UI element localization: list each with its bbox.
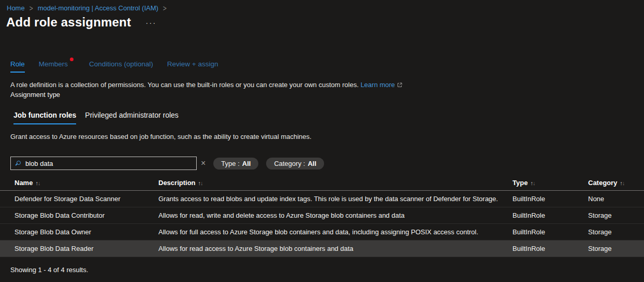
- members-notification-dot: [70, 58, 74, 61]
- role-type-cell: BuiltInRole: [513, 228, 588, 236]
- role-definition-description: A role definition is a collection of per…: [10, 81, 402, 89]
- column-header-name[interactable]: Name↑↓: [0, 179, 158, 187]
- table-header-row: Name↑↓ Description↑↓ Type↑↓ Category↑↓: [0, 175, 644, 191]
- sort-icon: ↑↓: [198, 180, 203, 186]
- assignment-type-label: Assignment type: [10, 91, 60, 98]
- add-role-assignment-page: Home > model-monitoring | Access Control…: [0, 0, 644, 282]
- external-link-icon: [397, 82, 402, 88]
- assignment-type-tabs: Job function roles Privileged administra…: [13, 111, 179, 124]
- tab-members[interactable]: Members: [39, 60, 68, 73]
- column-header-type[interactable]: Type↑↓: [513, 179, 588, 187]
- table-row[interactable]: Defender for Storage Data Scanner Grants…: [0, 191, 644, 207]
- role-name-cell: Storage Blob Data Reader: [0, 245, 158, 252]
- sort-icon: ↑↓: [620, 180, 624, 186]
- category-filter-pill[interactable]: Category : All: [266, 158, 324, 170]
- role-category-cell: Storage: [588, 228, 644, 236]
- breadcrumb-home-link[interactable]: Home: [7, 4, 25, 12]
- tab-role[interactable]: Role: [10, 60, 25, 73]
- table-row[interactable]: Storage Blob Data Owner Allows for full …: [0, 224, 644, 241]
- type-filter-label: Type :: [221, 160, 239, 167]
- role-description-cell: Grants access to read blobs and update i…: [158, 195, 513, 203]
- type-filter-value: All: [242, 160, 251, 167]
- role-type-cell: BuiltInRole: [513, 212, 588, 219]
- page-title: Add role assignment: [6, 15, 131, 30]
- role-description-cell: Allows for full access to Azure Storage …: [158, 228, 513, 236]
- role-description-cell: Allows for read access to Azure Storage …: [158, 245, 513, 252]
- role-category-cell: Storage: [588, 245, 644, 252]
- type-filter-pill[interactable]: Type : All: [213, 158, 258, 170]
- search-icon: [15, 160, 21, 167]
- grant-access-text: Grant access to Azure resources based on…: [10, 133, 312, 140]
- role-name-cell: Storage Blob Data Contributor: [0, 212, 158, 219]
- sort-icon: ↑↓: [35, 180, 40, 186]
- role-type-cell: BuiltInRole: [513, 195, 588, 203]
- breadcrumb: Home > model-monitoring | Access Control…: [7, 4, 167, 12]
- search-filter-row: × Type : All Category : All: [10, 157, 324, 170]
- wizard-tabs: Role Members Conditions (optional) Revie…: [10, 60, 218, 73]
- role-definition-text: A role definition is a collection of per…: [10, 81, 359, 89]
- chevron-right-icon: >: [163, 4, 167, 12]
- category-filter-label: Category :: [274, 160, 305, 167]
- tab-job-function-roles[interactable]: Job function roles: [13, 111, 76, 124]
- role-category-cell: None: [588, 195, 644, 203]
- tab-review-assign[interactable]: Review + assign: [167, 60, 218, 73]
- table-row-selected[interactable]: Storage Blob Data Reader Allows for read…: [0, 241, 644, 257]
- learn-more-link[interactable]: Learn more: [360, 81, 402, 89]
- tab-members-label: Members: [39, 60, 68, 68]
- tab-conditions[interactable]: Conditions (optional): [89, 60, 153, 73]
- results-count-text: Showing 1 - 4 of 4 results.: [10, 266, 88, 274]
- column-header-description[interactable]: Description↑↓: [158, 179, 513, 187]
- category-filter-value: All: [308, 160, 316, 167]
- chevron-right-icon: >: [30, 4, 33, 12]
- breadcrumb-resource-link[interactable]: model-monitoring | Access Control (IAM): [38, 4, 158, 12]
- clear-search-icon[interactable]: ×: [201, 159, 206, 167]
- search-input[interactable]: [25, 160, 192, 167]
- title-row: Add role assignment ···: [6, 15, 156, 30]
- more-options-button[interactable]: ···: [145, 19, 156, 26]
- role-name-cell: Storage Blob Data Owner: [0, 228, 158, 236]
- role-name-cell: Defender for Storage Data Scanner: [0, 195, 158, 203]
- table-row[interactable]: Storage Blob Data Contributor Allows for…: [0, 207, 644, 224]
- column-header-category[interactable]: Category↑↓: [588, 179, 644, 187]
- role-type-cell: BuiltInRole: [513, 245, 588, 252]
- tab-privileged-administrator-roles[interactable]: Privileged administrator roles: [85, 111, 179, 124]
- roles-table: Name↑↓ Description↑↓ Type↑↓ Category↑↓ D…: [0, 175, 644, 257]
- role-category-cell: Storage: [588, 212, 644, 219]
- role-description-cell: Allows for read, write and delete access…: [158, 212, 513, 219]
- role-search-box[interactable]: [10, 157, 197, 170]
- sort-icon: ↑↓: [530, 180, 535, 186]
